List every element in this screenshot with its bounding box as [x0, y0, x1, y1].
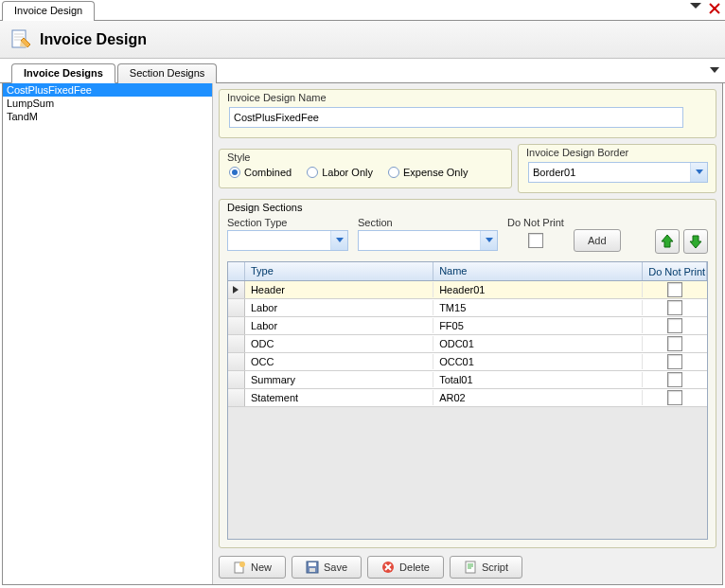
window-close-button[interactable] — [708, 2, 721, 15]
cell-type: ODC — [245, 336, 433, 351]
style-panel-legend: Style — [227, 151, 250, 163]
window-tab-strip: Invoice Design — [0, 0, 725, 21]
tab-section-designs[interactable]: Section Designs — [117, 63, 218, 83]
svg-rect-19 — [309, 562, 316, 566]
col-header-dnp[interactable]: Do Not Print — [643, 262, 707, 280]
cell-dnp — [643, 280, 707, 299]
row-handle[interactable] — [228, 317, 245, 334]
table-row[interactable]: ODCODC01 — [228, 335, 707, 353]
window-minimize-button[interactable] — [689, 2, 702, 15]
style-panel: Style Combined Labor Only Expense Only — [219, 149, 512, 188]
radio-icon — [388, 167, 399, 178]
style-radio-expense-only[interactable]: Expense Only — [388, 167, 468, 178]
delete-button[interactable]: Delete — [367, 556, 444, 579]
sidebar-item[interactable]: LumpSum — [3, 97, 212, 110]
cell-dnp — [643, 298, 707, 317]
button-label: Delete — [399, 561, 430, 573]
col-header-name[interactable]: Name — [433, 262, 643, 280]
grid-header-handle — [228, 262, 245, 280]
sidebar-item[interactable]: TandM — [3, 110, 212, 123]
radio-icon — [307, 167, 318, 178]
table-row[interactable]: SummaryTotal01 — [228, 371, 707, 389]
row-handle[interactable] — [228, 335, 245, 352]
cell-dnp — [643, 370, 707, 389]
row-handle[interactable] — [228, 281, 245, 298]
design-name-input[interactable] — [229, 107, 683, 128]
svg-rect-24 — [466, 561, 475, 573]
dnp-row-checkbox[interactable] — [667, 336, 682, 351]
cell-name: Total01 — [433, 372, 643, 387]
row-handle[interactable] — [228, 353, 245, 370]
page-title-header: Invoice Design — [0, 21, 725, 59]
style-radio-combined[interactable]: Combined — [229, 167, 292, 178]
button-label: New — [251, 561, 272, 573]
window-tab-invoice-design[interactable]: Invoice Design — [2, 1, 95, 21]
cell-type: Labor — [245, 318, 433, 333]
table-row[interactable]: OCCOCC01 — [228, 353, 707, 371]
move-up-button[interactable] — [655, 229, 680, 254]
svg-marker-14 — [690, 236, 701, 248]
row-handle[interactable] — [228, 299, 245, 316]
svg-marker-10 — [696, 169, 703, 174]
table-row[interactable]: LaborTM15 — [228, 299, 707, 317]
dnp-label: Do Not Print — [507, 217, 564, 228]
row-handle[interactable] — [228, 371, 245, 388]
svg-point-17 — [239, 561, 245, 567]
radio-label: Combined — [244, 167, 292, 178]
delete-icon — [381, 561, 395, 574]
script-button[interactable]: Script — [450, 556, 522, 579]
save-icon — [306, 561, 319, 574]
section-type-combo[interactable] — [227, 230, 348, 251]
section-label: Section — [358, 217, 498, 228]
design-sections-panel: Design Sections Section Type Section — [219, 199, 716, 548]
cell-dnp — [643, 334, 707, 353]
script-icon — [464, 561, 477, 574]
move-down-button[interactable] — [683, 229, 708, 254]
dnp-row-checkbox[interactable] — [667, 390, 682, 405]
cell-dnp — [643, 316, 707, 335]
sections-grid: Type Name Do Not Print HeaderHeader01Lab… — [227, 261, 708, 540]
dnp-row-checkbox[interactable] — [667, 300, 682, 315]
cell-name: Header01 — [433, 282, 643, 297]
action-toolbar: New Save Delete Script — [219, 554, 716, 579]
button-label: Script — [482, 561, 508, 573]
svg-marker-11 — [336, 238, 344, 242]
dnp-checkbox[interactable] — [528, 233, 543, 248]
tab-invoice-designs[interactable]: Invoice Designs — [11, 63, 115, 83]
table-row[interactable]: LaborFF05 — [228, 317, 707, 335]
inner-tab-strip: Invoice Designs Section Designs — [0, 62, 725, 83]
arrow-down-icon — [688, 234, 703, 249]
table-row[interactable]: HeaderHeader01 — [228, 281, 707, 299]
tab-overflow-menu[interactable] — [710, 65, 719, 75]
add-button[interactable]: Add — [574, 229, 621, 252]
dnp-row-checkbox[interactable] — [667, 372, 682, 387]
page-title: Invoice Design — [40, 31, 147, 48]
chevron-down-icon — [480, 231, 497, 250]
radio-icon — [229, 167, 240, 178]
border-panel: Invoice Design Border Border01 — [518, 144, 716, 193]
new-icon — [233, 561, 246, 574]
style-radio-labor-only[interactable]: Labor Only — [307, 167, 373, 178]
table-row[interactable]: StatementAR02 — [228, 389, 707, 407]
section-combo[interactable] — [358, 230, 498, 251]
tab-label: Invoice Designs — [24, 67, 103, 79]
row-handle[interactable] — [228, 389, 245, 406]
invoice-design-icon — [9, 28, 32, 51]
sidebar-item[interactable]: CostPlusFixedFee — [3, 83, 212, 97]
new-button[interactable]: New — [219, 556, 286, 579]
dnp-row-checkbox[interactable] — [667, 354, 682, 369]
save-button[interactable]: Save — [292, 556, 362, 579]
dnp-row-checkbox[interactable] — [667, 282, 682, 297]
chevron-down-icon — [690, 163, 707, 182]
svg-marker-15 — [233, 286, 239, 294]
radio-label: Expense Only — [403, 167, 468, 178]
svg-marker-12 — [486, 238, 493, 242]
svg-marker-13 — [662, 235, 673, 247]
chevron-down-icon — [330, 231, 347, 250]
dnp-row-checkbox[interactable] — [667, 318, 682, 333]
radio-label: Labor Only — [322, 167, 373, 178]
col-header-type[interactable]: Type — [245, 262, 433, 280]
border-combo[interactable]: Border01 — [528, 162, 708, 183]
design-list[interactable]: CostPlusFixedFeeLumpSumTandM — [3, 83, 213, 584]
cell-name: AR02 — [433, 390, 643, 405]
